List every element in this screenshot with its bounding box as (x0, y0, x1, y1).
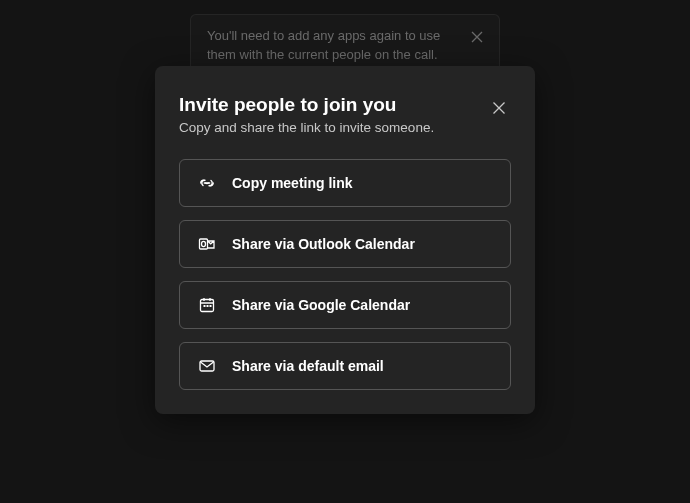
option-label: Share via Google Calendar (232, 297, 410, 313)
banner-text: You'll need to add any apps again to use… (207, 28, 440, 62)
option-label: Share via Outlook Calendar (232, 236, 415, 252)
banner-close-button[interactable] (467, 27, 487, 47)
svg-rect-0 (200, 239, 208, 249)
mail-icon (198, 357, 216, 375)
modal-header: Invite people to join you Copy and share… (179, 94, 511, 135)
svg-point-1 (202, 241, 206, 246)
invite-modal: Invite people to join you Copy and share… (155, 66, 535, 414)
options-list: Copy meeting link Share via Outlook Cale… (179, 159, 511, 390)
google-calendar-icon (198, 296, 216, 314)
svg-rect-3 (204, 305, 206, 307)
outlook-icon (198, 235, 216, 253)
svg-rect-5 (210, 305, 212, 307)
modal-title-group: Invite people to join you Copy and share… (179, 94, 487, 135)
modal-title: Invite people to join you (179, 94, 487, 116)
option-label: Share via default email (232, 358, 384, 374)
copy-link-button[interactable]: Copy meeting link (179, 159, 511, 207)
share-email-button[interactable]: Share via default email (179, 342, 511, 390)
svg-rect-4 (207, 305, 209, 307)
modal-close-button[interactable] (487, 96, 511, 120)
option-label: Copy meeting link (232, 175, 353, 191)
link-icon (198, 174, 216, 192)
close-icon (471, 31, 483, 43)
share-google-calendar-button[interactable]: Share via Google Calendar (179, 281, 511, 329)
share-outlook-button[interactable]: Share via Outlook Calendar (179, 220, 511, 268)
modal-subtitle: Copy and share the link to invite someon… (179, 120, 487, 135)
close-icon (492, 101, 506, 115)
